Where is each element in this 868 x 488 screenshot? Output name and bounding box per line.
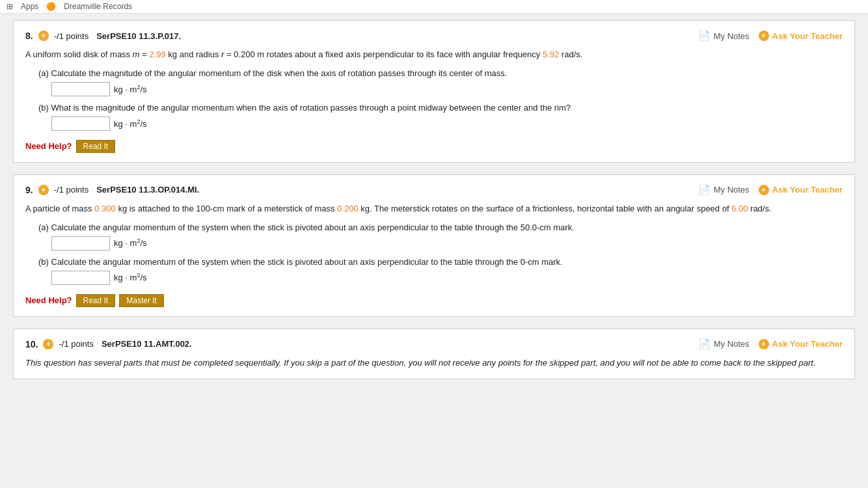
dreamville-icon: 🟠 xyxy=(46,2,56,11)
question-9-unit-a: kg · m2/s xyxy=(114,237,147,248)
question-8-header: 8. + -/1 points SerPSE10 11.3.P.017. 📄 M… xyxy=(25,30,843,42)
top-bar: ⊞ Apps 🟠 Dreamville Records xyxy=(0,0,868,14)
question-9-my-notes-label: My Notes xyxy=(714,185,750,195)
q9-val-mass2: 0.200 xyxy=(337,204,359,213)
ask-teacher-icon-10: + xyxy=(759,339,769,349)
question-8-input-b[interactable] xyxy=(51,116,110,131)
question-9-sub-b: (b) Calculate the angular momentum of th… xyxy=(38,257,843,267)
question-8-body: A uniform solid disk of mass m = 2.99 kg… xyxy=(25,48,843,62)
q9-body-mid2: kg. The meterstick rotates on the surfac… xyxy=(359,204,732,213)
question-8-number: 8. xyxy=(25,31,33,41)
question-8-input-b-row: kg · m2/s xyxy=(51,116,843,131)
question-10-ask-teacher-button[interactable]: + Ask Your Teacher xyxy=(759,339,843,349)
question-8-ask-teacher-button[interactable]: + Ask Your Teacher xyxy=(759,31,843,41)
q8-body-mid: kg and radius xyxy=(166,49,221,59)
question-10-body: This question has several parts that mus… xyxy=(25,357,843,370)
q9-val-mass: 0.300 xyxy=(94,204,116,213)
question-10-my-notes-label: My Notes xyxy=(714,339,750,349)
question-8-input-a[interactable] xyxy=(51,82,110,96)
question-8-read-it-button[interactable]: Read It xyxy=(76,140,116,153)
ask-teacher-icon-9: + xyxy=(759,185,769,195)
question-10-plus-icon: + xyxy=(43,339,53,349)
apps-label: Apps xyxy=(21,2,38,11)
question-9-need-help-label: Need Help? xyxy=(25,295,72,305)
question-9-input-b[interactable] xyxy=(51,271,110,285)
question-9-header-left: 9. + -/1 points SerPSE10 11.3.OP.014.MI. xyxy=(25,185,199,195)
question-10-block: 10. + -/1 points SerPSE10 11.AMT.002. 📄 … xyxy=(13,329,855,380)
question-9-ask-teacher-label: Ask Your Teacher xyxy=(772,185,843,195)
question-8-id: SerPSE10 11.3.P.017. xyxy=(96,31,181,41)
question-8-unit-a: kg · m2/s xyxy=(114,84,147,94)
question-8-header-left: 8. + -/1 points SerPSE10 11.3.P.017. xyxy=(25,31,181,41)
question-9-plus-icon: + xyxy=(38,185,49,195)
question-8-need-help-label: Need Help? xyxy=(25,141,72,151)
question-9-block: 9. + -/1 points SerPSE10 11.3.OP.014.MI.… xyxy=(13,174,855,317)
question-10-id: SerPSE10 11.AMT.002. xyxy=(102,339,192,349)
question-9-header: 9. + -/1 points SerPSE10 11.3.OP.014.MI.… xyxy=(25,184,843,196)
question-8-plus-icon: + xyxy=(38,31,49,41)
question-10-header-left: 10. + -/1 points SerPSE10 11.AMT.002. xyxy=(25,339,192,349)
question-9-master-it-button[interactable]: Master It xyxy=(119,294,164,307)
notes-icon-10: 📄 xyxy=(698,338,711,350)
question-8-my-notes-button[interactable]: 📄 My Notes xyxy=(698,30,750,42)
q9-body-suffix: rad/s. xyxy=(748,204,771,213)
question-8-sub-b: (b) What is the magnitude of the angular… xyxy=(38,103,843,113)
question-9-actions: 📄 My Notes + Ask Your Teacher xyxy=(698,184,843,196)
notes-icon-9: 📄 xyxy=(698,184,711,196)
question-8-my-notes-label: My Notes xyxy=(714,31,750,41)
question-10-actions: 📄 My Notes + Ask Your Teacher xyxy=(698,338,843,350)
q8-var-m: m xyxy=(133,49,140,59)
question-8-points: -/1 points xyxy=(54,31,88,41)
q9-val-speed: 6.00 xyxy=(731,204,748,213)
question-10-my-notes-button[interactable]: 📄 My Notes xyxy=(698,338,750,350)
question-9-my-notes-button[interactable]: 📄 My Notes xyxy=(698,184,750,196)
q8-body-eq2: = 0.200 m rotates about a fixed axis per… xyxy=(224,49,543,59)
main-content: 8. + -/1 points SerPSE10 11.3.P.017. 📄 M… xyxy=(0,14,868,398)
ask-teacher-icon-8: + xyxy=(759,31,769,41)
q9-body-mid1: kg is attached to the 100-cm mark of a m… xyxy=(116,204,337,213)
question-9-input-b-row: kg · m2/s xyxy=(51,271,843,285)
dreamville-label: Dreamville Records xyxy=(64,2,132,11)
question-9-sub-a: (a) Calculate the angular momentum of th… xyxy=(38,223,843,232)
question-10-number: 10. xyxy=(25,339,38,349)
q8-body-prefix: A uniform solid disk of mass xyxy=(25,49,133,59)
question-10-body-italic: This question has several parts that mus… xyxy=(25,358,816,368)
question-8-sub-a: (a) Calculate the magnitude of the angul… xyxy=(38,68,843,78)
question-8-ask-teacher-label: Ask Your Teacher xyxy=(772,31,843,41)
question-10-ask-teacher-label: Ask Your Teacher xyxy=(772,339,843,349)
question-8-need-help-row: Need Help? Read It xyxy=(25,140,843,153)
question-8-actions: 📄 My Notes + Ask Your Teacher xyxy=(698,30,843,42)
q8-body-eq1: = xyxy=(140,49,150,59)
question-9-read-it-button[interactable]: Read It xyxy=(76,294,116,307)
q8-val-mass: 2.99 xyxy=(149,49,165,59)
question-10-points: -/1 points xyxy=(59,339,93,349)
question-9-number: 9. xyxy=(25,185,33,195)
question-9-input-a-row: kg · m2/s xyxy=(51,236,843,251)
apps-grid-icon: ⊞ xyxy=(7,2,13,11)
question-9-points: -/1 points xyxy=(54,185,88,195)
question-9-need-help-row: Need Help? Read It Master It xyxy=(25,294,843,307)
question-9-body: A particle of mass 0.300 kg is attached … xyxy=(25,202,843,216)
question-9-ask-teacher-button[interactable]: + Ask Your Teacher xyxy=(759,185,843,195)
q9-body-prefix: A particle of mass xyxy=(25,204,94,213)
question-8-block: 8. + -/1 points SerPSE10 11.3.P.017. 📄 M… xyxy=(13,20,855,163)
question-9-input-a[interactable] xyxy=(51,236,110,251)
question-8-input-a-row: kg · m2/s xyxy=(51,82,843,96)
question-9-unit-b: kg · m2/s xyxy=(114,272,147,282)
question-9-id: SerPSE10 11.3.OP.014.MI. xyxy=(96,185,199,195)
notes-icon-8: 📄 xyxy=(698,30,711,42)
question-10-header: 10. + -/1 points SerPSE10 11.AMT.002. 📄 … xyxy=(25,338,843,350)
q8-body-suffix: rad/s. xyxy=(559,49,582,59)
question-8-unit-b: kg · m2/s xyxy=(114,118,147,129)
q8-val-freq: 5.92 xyxy=(543,49,559,59)
